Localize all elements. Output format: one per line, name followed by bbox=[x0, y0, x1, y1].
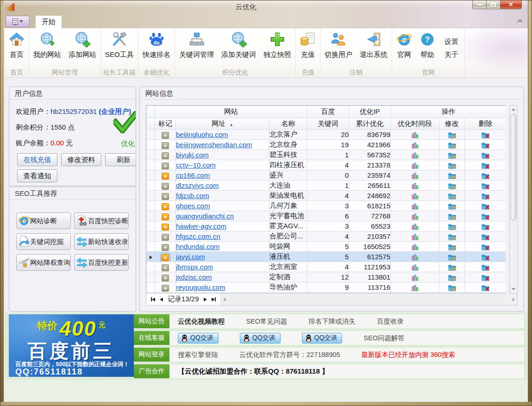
app-menu-button[interactable] bbox=[6, 16, 30, 27]
ribbon-button[interactable]: 添加关键词 bbox=[218, 28, 260, 68]
scrollbar-thumb[interactable] bbox=[511, 114, 516, 220]
site-url-link[interactable]: hfgszc.com.cn bbox=[176, 232, 220, 240]
scroll-left-arrow-icon[interactable] bbox=[221, 294, 228, 305]
delete-icon[interactable] bbox=[482, 193, 489, 200]
delete-icon[interactable] bbox=[482, 183, 489, 189]
optimize-period-chart-icon[interactable] bbox=[412, 223, 419, 230]
optimize-period-chart-icon[interactable] bbox=[412, 254, 419, 261]
ribbon-button[interactable]: ?帮助 bbox=[416, 28, 439, 68]
optimize-period-chart-icon[interactable] bbox=[412, 233, 419, 240]
col-header-mark[interactable]: 标记 bbox=[155, 118, 176, 130]
bottom-link[interactable]: 排名下降或消失 bbox=[308, 317, 356, 326]
star-icon[interactable]: ★ bbox=[162, 213, 169, 220]
site-url-link[interactable]: cp166.com bbox=[176, 171, 210, 179]
qq-chat-button[interactable]: QQ交谈 bbox=[240, 333, 281, 344]
star-icon[interactable]: ★ bbox=[162, 132, 169, 139]
bottom-link[interactable]: SEO问题解答 bbox=[363, 334, 405, 343]
ribbon-small-button[interactable]: 关于 bbox=[444, 50, 458, 59]
site-url-link[interactable]: hawker-agv.com bbox=[176, 222, 226, 230]
qq-chat-button[interactable]: QQ交谈 bbox=[302, 333, 343, 344]
ribbon-button[interactable]: e官网 bbox=[393, 28, 416, 68]
tab-start[interactable]: 开始 bbox=[35, 15, 62, 28]
refresh-button[interactable]: 刷新 bbox=[105, 153, 136, 166]
edit-icon[interactable] bbox=[448, 224, 456, 230]
col-header-keywords[interactable]: 关键词 bbox=[307, 118, 349, 130]
table-row[interactable]: ★ghoes.com几何万象3618215 bbox=[147, 201, 506, 211]
table-row[interactable]: ★cp166.com盛兴0235974 bbox=[147, 170, 506, 181]
horizontal-scrollbar[interactable] bbox=[221, 294, 517, 305]
table-row[interactable]: ★cctv--10.com四柱液压机4213378 bbox=[147, 160, 506, 170]
optimize-period-chart-icon[interactable] bbox=[412, 193, 419, 200]
star-icon[interactable]: ★ bbox=[162, 183, 169, 190]
bottom-link[interactable]: SEO常见问题 bbox=[246, 317, 288, 326]
scroll-down-arrow-icon[interactable] bbox=[510, 286, 517, 293]
edit-icon[interactable] bbox=[448, 132, 456, 138]
star-icon[interactable]: ★ bbox=[162, 254, 169, 261]
edit-icon[interactable] bbox=[448, 275, 456, 281]
ribbon-small-button[interactable]: 设置 bbox=[444, 37, 458, 46]
site-url-link[interactable]: hndundai.com bbox=[176, 243, 219, 250]
ribbon-button[interactable]: 充值 bbox=[296, 28, 319, 68]
optimize-period-chart-icon[interactable] bbox=[412, 244, 419, 250]
edit-icon[interactable] bbox=[448, 173, 456, 179]
scroll-right-arrow-icon[interactable] bbox=[510, 294, 517, 305]
site-url-link[interactable]: jxdzjsc.com bbox=[176, 273, 212, 281]
col-header-name[interactable]: 名称 bbox=[269, 118, 307, 130]
optimize-period-chart-icon[interactable] bbox=[412, 152, 419, 159]
bottom-link[interactable]: 百度收录 bbox=[377, 317, 404, 326]
table-row[interactable]: ★hfgszc.com.cn合肥公司...4210357 bbox=[147, 231, 506, 242]
delete-icon[interactable] bbox=[482, 152, 489, 159]
ribbon-button[interactable]: 添加网站 bbox=[65, 28, 100, 68]
edit-icon[interactable] bbox=[448, 234, 456, 240]
star-icon[interactable]: ★ bbox=[162, 264, 169, 271]
table-row[interactable]: ★hawker-agv.com霍克AGV...365523 bbox=[147, 221, 506, 231]
site-url-link[interactable]: jayyj.com bbox=[176, 253, 205, 261]
star-icon[interactable]: ★ bbox=[162, 162, 169, 169]
optimize-period-chart-icon[interactable] bbox=[412, 131, 419, 138]
col-header-period[interactable]: 优化时间段 bbox=[391, 118, 439, 130]
site-url-link[interactable]: dlzszyjys.com bbox=[176, 181, 219, 189]
star-icon[interactable]: ★ bbox=[162, 285, 169, 292]
optimize-period-chart-icon[interactable] bbox=[412, 284, 419, 291]
optimize-period-chart-icon[interactable] bbox=[412, 182, 419, 189]
col-header-edit[interactable]: 修改 bbox=[439, 118, 465, 130]
star-icon[interactable]: ★ bbox=[162, 224, 169, 231]
site-url-link[interactable]: fdjzsb.com bbox=[176, 192, 209, 200]
group-header-site[interactable]: 网站 bbox=[155, 106, 307, 118]
optimize-period-chart-icon[interactable] bbox=[412, 142, 419, 149]
table-row[interactable]: ★hndundai.com吨袋网51650525 bbox=[147, 242, 506, 252]
bottom-link[interactable]: 云优化软件官方群号：227188905 bbox=[239, 350, 340, 359]
edit-icon[interactable] bbox=[448, 213, 456, 220]
edit-icon[interactable] bbox=[448, 254, 456, 261]
seo-tool-button[interactable]: 百度快照诊断 bbox=[74, 212, 129, 229]
ribbon-button[interactable]: 首页 bbox=[5, 28, 28, 68]
seo-tool-button[interactable]: 网站降权查询 bbox=[16, 254, 71, 271]
bottom-link[interactable]: 云优化视频教程 bbox=[178, 317, 225, 326]
star-icon[interactable]: ★ bbox=[162, 173, 169, 180]
seo-tool-button[interactable]: 百度快照更新 bbox=[74, 254, 129, 271]
view-notice-button[interactable]: 查看通知 bbox=[17, 169, 57, 182]
group-header-ops[interactable]: 操作 bbox=[391, 106, 506, 118]
ribbon-button[interactable]: 退出系统 bbox=[356, 28, 391, 68]
star-icon[interactable]: ★ bbox=[162, 142, 169, 149]
edit-profile-button[interactable]: 修改资料 bbox=[61, 153, 101, 166]
table-row[interactable]: ★jayyj.com液压机5612575 bbox=[147, 252, 506, 262]
scroll-up-arrow-icon[interactable] bbox=[510, 106, 517, 113]
edit-icon[interactable] bbox=[448, 203, 456, 210]
delete-icon[interactable] bbox=[482, 234, 489, 240]
site-url-link[interactable]: cctv--10.com bbox=[176, 161, 216, 169]
site-url-link[interactable]: biyukj.com bbox=[176, 151, 209, 159]
collapse-ribbon-chevron-icon[interactable] bbox=[517, 19, 523, 23]
star-icon[interactable]: ★ bbox=[162, 152, 169, 159]
maximize-button[interactable] bbox=[487, 0, 501, 9]
group-header-baidu[interactable]: 百度 bbox=[307, 106, 349, 118]
bottom-link[interactable]: 搜索引擎登陆 bbox=[178, 350, 218, 359]
site-url-link[interactable]: reyouguolu.com bbox=[176, 283, 225, 291]
site-url-link[interactable]: beijingwenshendian.com bbox=[176, 141, 252, 149]
col-header-del[interactable]: 删除 bbox=[465, 118, 506, 130]
delete-icon[interactable] bbox=[482, 264, 489, 271]
edit-icon[interactable] bbox=[448, 264, 456, 271]
pager-first-button[interactable] bbox=[151, 297, 155, 301]
vertical-scrollbar[interactable] bbox=[509, 105, 518, 294]
delete-icon[interactable] bbox=[482, 244, 489, 250]
